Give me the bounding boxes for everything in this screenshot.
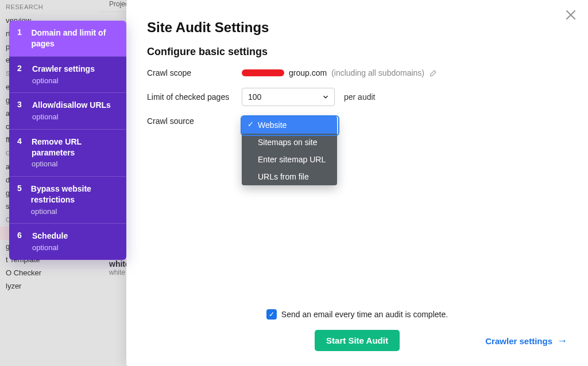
close-button[interactable] — [564, 8, 578, 22]
close-icon — [564, 8, 578, 22]
crawl-scope-label: Crawl scope — [147, 68, 242, 77]
crawl-source-option-urls-file[interactable]: URLs from file — [242, 168, 337, 185]
modal-subtitle: Configure basic settings — [147, 46, 567, 58]
crawler-settings-link-label: Crawler settings — [485, 336, 552, 345]
crawl-source-label: Crawl source — [147, 116, 242, 126]
domain-suffix: group.com — [289, 68, 327, 77]
wizard-steps: 1 Domain and limit of pages 2 Crawler se… — [9, 21, 126, 260]
email-label: Send an email every time an audit is com… — [281, 310, 448, 319]
crawler-settings-link[interactable]: Crawler settings → — [485, 334, 567, 346]
email-checkbox[interactable]: ✓ — [266, 309, 277, 320]
limit-suffix: per audit — [344, 92, 375, 102]
modal-footer: ✓ Send an email every time an audit is c… — [147, 309, 567, 351]
arrow-right-icon: → — [557, 334, 567, 346]
modal-title: Site Audit Settings — [147, 20, 567, 36]
crawl-source-option-website[interactable]: Website — [242, 116, 337, 134]
wizard-step-3[interactable]: 3 Allow/disallow URLsoptional — [9, 92, 126, 129]
wizard-step-2[interactable]: 2 Crawler settingsoptional — [9, 56, 126, 92]
limit-row: Limit of checked pages 100 per audit — [147, 88, 567, 106]
wizard-step-5[interactable]: 5 Bypass website restrictionsoptional — [9, 176, 126, 223]
limit-select-value: 100 — [248, 92, 261, 102]
wizard-step-4[interactable]: 4 Remove URL parametersoptional — [9, 129, 126, 176]
pencil-icon — [429, 68, 438, 77]
redacted-domain — [242, 69, 284, 76]
domain-note: (including all subdomains) — [331, 68, 424, 77]
crawl-scope-row: Crawl scope group.com (including all sub… — [147, 68, 567, 77]
crawl-source-option-sitemap-url[interactable]: Enter sitemap URL — [242, 151, 337, 168]
edit-scope-button[interactable] — [429, 68, 438, 77]
wizard-step-1[interactable]: 1 Domain and limit of pages — [9, 21, 126, 56]
crawl-source-row: Crawl source Website Sitemaps on site En… — [147, 116, 567, 185]
start-site-audit-button[interactable]: Start Site Audit — [315, 330, 400, 351]
limit-select[interactable]: 100 — [242, 88, 335, 106]
crawl-source-option-sitemaps[interactable]: Sitemaps on site — [242, 134, 337, 151]
wizard-step-6[interactable]: 6 Scheduleoptional — [9, 223, 126, 259]
site-audit-settings-modal: Site Audit Settings Configure basic sett… — [126, 0, 588, 366]
limit-label: Limit of checked pages — [147, 92, 242, 102]
chevron-down-icon — [322, 93, 330, 101]
crawl-source-dropdown[interactable]: Website Sitemaps on site Enter sitemap U… — [242, 116, 337, 185]
